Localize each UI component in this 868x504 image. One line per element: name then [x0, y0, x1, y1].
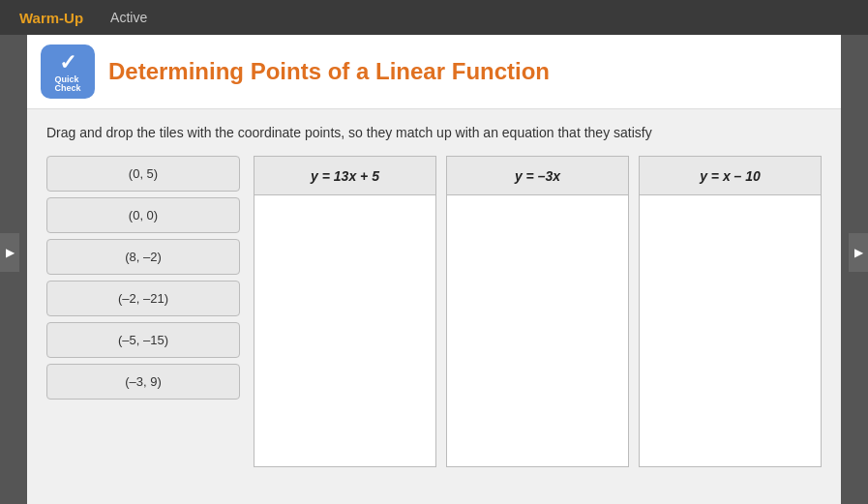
nav-warmup[interactable]: Warm-Up — [12, 6, 91, 30]
coordinate-tile[interactable]: (0, 0) — [46, 197, 240, 233]
page-title: Determining Points of a Linear Function — [108, 58, 550, 85]
right-nav-arrow[interactable]: ▶ — [849, 233, 868, 272]
equation-header: y = 13x + 5 — [254, 157, 435, 195]
coordinate-tile[interactable]: (0, 5) — [46, 156, 240, 192]
quick-check-label: QuickCheck — [54, 75, 80, 93]
instructions-text: Drag and drop the tiles with the coordin… — [46, 125, 822, 140]
equation-drop-zone[interactable] — [254, 195, 435, 466]
equation-column: y = x – 10 — [639, 156, 822, 467]
equation-column: y = –3x — [446, 156, 629, 467]
equation-column: y = 13x + 5 — [254, 156, 436, 467]
nav-active: Active — [110, 10, 147, 25]
main-content: ✓ QuickCheck Determining Points of a Lin… — [27, 35, 841, 504]
equations-area: y = 13x + 5y = –3xy = x – 10 — [254, 156, 822, 467]
equation-header: y = –3x — [447, 157, 628, 195]
coordinate-tile[interactable]: (8, –2) — [46, 239, 240, 275]
checkmark-icon: ✓ — [59, 50, 76, 75]
drag-drop-area: (0, 5)(0, 0)(8, –2)(–2, –21)(–5, –15)(–3… — [46, 156, 822, 467]
quick-check-icon: ✓ QuickCheck — [41, 44, 95, 99]
coordinate-tile[interactable]: (–5, –15) — [46, 322, 240, 358]
equation-header: y = x – 10 — [640, 157, 821, 195]
equation-drop-zone[interactable] — [640, 195, 821, 466]
top-navigation: Warm-Up Active — [0, 0, 868, 35]
equation-drop-zone[interactable] — [447, 195, 628, 466]
tiles-column: (0, 5)(0, 0)(8, –2)(–2, –21)(–5, –15)(–3… — [46, 156, 240, 400]
content-body: Drag and drop the tiles with the coordin… — [27, 109, 841, 483]
activity-header: ✓ QuickCheck Determining Points of a Lin… — [27, 35, 841, 109]
coordinate-tile[interactable]: (–3, 9) — [46, 364, 240, 400]
coordinate-tile[interactable]: (–2, –21) — [46, 281, 240, 316]
left-nav-arrow[interactable]: ▶ — [0, 233, 19, 272]
